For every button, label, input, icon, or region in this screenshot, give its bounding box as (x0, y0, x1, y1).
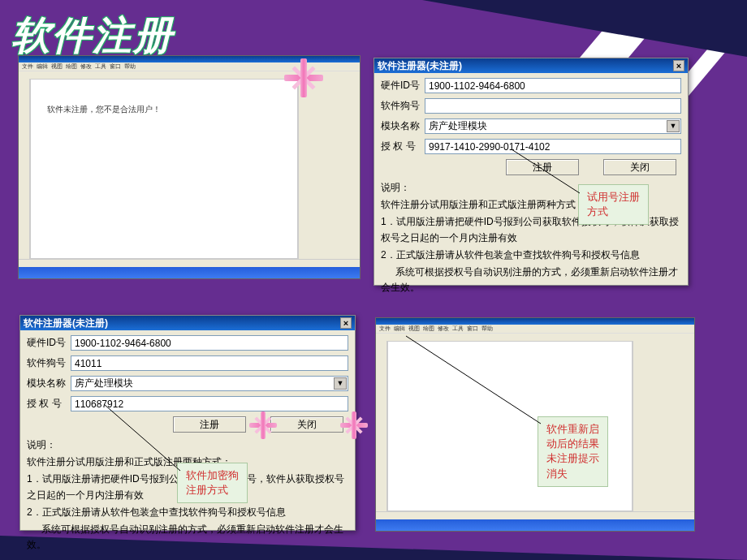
unregistered-message: 软件未注册，您不是合法用户！ (47, 104, 161, 115)
app-menubar: 文件 编辑 视图 绘图 修改 工具 窗口 帮助 (19, 62, 360, 71)
register-dialog-trial: 软件注册器(未注册) × 硬件ID号 软件狗号 模块名称 房产处理模块 ▼ 授 … (374, 58, 689, 286)
app-menubar: 文件 编辑 视图 绘图 修改 工具 窗口 帮助 (376, 325, 694, 333)
app-taskbar (376, 519, 694, 531)
close-button-bottom[interactable]: 关闭 (603, 159, 676, 175)
dongle-label: 软件狗号 (381, 99, 425, 113)
expl-line: 系统可根据授权号自动识别注册的方式，必须重新启动软件注册才会生效。 (27, 522, 348, 553)
menu-item: 工具 (95, 62, 106, 71)
module-value: 房产处理模块 (429, 119, 487, 133)
hwid-input[interactable] (425, 78, 681, 93)
auth-label: 授 权 号 (27, 397, 71, 411)
menu-item: 修改 (438, 325, 449, 333)
menu-item: 文件 (22, 62, 33, 71)
menu-item: 编辑 (37, 62, 48, 71)
hwid-input[interactable] (71, 335, 348, 351)
dongle-input[interactable] (71, 355, 348, 371)
callout-dongle: 软件加密狗注册方式 (177, 463, 248, 503)
module-combo[interactable]: 房产处理模块 ▼ (425, 118, 681, 134)
menu-item: 视图 (408, 325, 420, 333)
app-toolbar (376, 333, 694, 341)
menu-item: 窗口 (110, 62, 121, 71)
app-unregistered-screenshot: 文件 编辑 视图 绘图 修改 工具 窗口 帮助 软件未注册，您不是合法用户！ (18, 55, 361, 279)
expl-line: 2．正式版注册请从软件包装盒中查找软件狗号和授权号信息 (381, 248, 681, 263)
dongle-label: 软件狗号 (27, 356, 71, 370)
callout-restart: 软件重新启动后的结果未注册提示消失 (538, 416, 608, 487)
menu-item: 绘图 (423, 325, 434, 333)
module-label: 模块名称 (27, 377, 71, 390)
close-button-bottom[interactable]: 关闭 (270, 416, 343, 433)
app-after-restart-screenshot: 文件 编辑 视图 绘图 修改 工具 窗口 帮助 (375, 317, 695, 532)
menu-item: 帮助 (124, 62, 136, 71)
menu-item: 绘图 (66, 62, 77, 71)
dialog-title: 软件注册器(未注册) (378, 59, 462, 73)
chevron-down-icon[interactable]: ▼ (334, 377, 347, 390)
app-canvas: 软件未注册，您不是合法用户！ (30, 79, 298, 259)
app-right-panel (633, 341, 694, 511)
expl-head: 说明： (27, 437, 348, 453)
close-button[interactable]: × (673, 60, 684, 71)
hwid-label: 硬件ID号 (381, 79, 425, 93)
callout-trial: 试用号注册方式 (578, 184, 649, 225)
app-toolbar (19, 71, 360, 79)
register-button[interactable]: 注册 (173, 416, 246, 433)
menu-item: 帮助 (481, 325, 493, 333)
dialog-titlebar: 软件注册器(未注册) × (374, 58, 688, 73)
app-taskbar (19, 267, 360, 278)
expl-line: 2．正式版注册请从软件包装盒中查找软件狗号和授权号信息 (27, 505, 348, 520)
app-titlebar (376, 318, 694, 325)
auth-input[interactable] (71, 396, 348, 411)
expl-line: 系统可根据授权号自动识别注册的方式，必须重新启动软件注册才会生效。 (381, 265, 681, 295)
app-status (376, 511, 694, 519)
module-combo[interactable]: 房产处理模块 ▼ (71, 376, 348, 391)
app-left-tools (19, 79, 30, 259)
module-label: 模块名称 (381, 119, 425, 133)
dialog-title: 软件注册器(未注册) (24, 317, 108, 330)
menu-item: 视图 (51, 62, 63, 71)
module-value: 房产处理模块 (75, 377, 133, 390)
app-left-tools (376, 341, 387, 511)
app-titlebar (19, 56, 360, 62)
auth-input[interactable] (425, 139, 681, 154)
menu-item: 窗口 (467, 325, 478, 333)
slide-title: 软件注册 (11, 10, 174, 62)
register-button[interactable]: 注册 (506, 159, 579, 175)
menu-item: 编辑 (394, 325, 405, 333)
close-button[interactable]: × (340, 317, 352, 329)
menu-item: 工具 (452, 325, 464, 333)
dialog-titlebar: 软件注册器(未注册) × (20, 316, 355, 330)
app-status (19, 259, 360, 267)
auth-label: 授 权 号 (381, 140, 425, 153)
dongle-input[interactable] (425, 98, 681, 114)
app-right-panel (298, 79, 360, 259)
menu-item: 文件 (379, 325, 391, 333)
hwid-label: 硬件ID号 (27, 336, 71, 350)
chevron-down-icon[interactable]: ▼ (667, 120, 680, 132)
menu-item: 修改 (80, 62, 92, 71)
